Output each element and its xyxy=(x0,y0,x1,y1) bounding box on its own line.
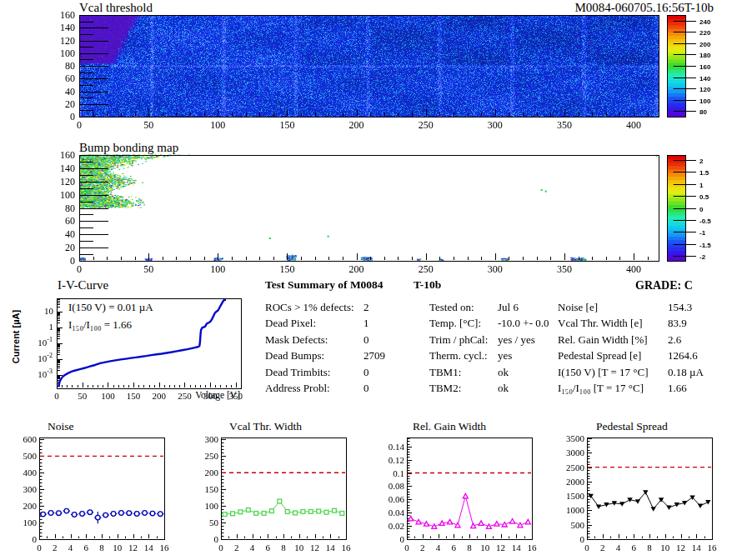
bump-bonding-heatmap-canvas xyxy=(0,133,747,275)
summary-row: Address Probl:0TBM2:okI₁₅₀/I₁₀₀ [T = 17 … xyxy=(265,380,735,396)
defect-label: Dead Trimbits: xyxy=(265,364,363,380)
condition-value: -10.0 +- 0.0 xyxy=(498,315,558,331)
result-label: I(150 V) [T = 17 °C] xyxy=(558,364,668,380)
defect-value: 0 xyxy=(363,364,429,380)
condition-label: Tested on: xyxy=(429,299,498,315)
iv-curve-canvas xyxy=(0,275,267,404)
test-summary-table: ROCs > 1% defects:2Tested on:Jul 6Noise … xyxy=(265,299,735,396)
result-label: Pedestal Spread [e] xyxy=(558,348,668,363)
defect-label: ROCs > 1% defects: xyxy=(265,299,363,315)
defect-label: Dead Pixel: xyxy=(265,315,363,331)
condition-value: yes / yes xyxy=(498,332,558,348)
defect-value: 2709 xyxy=(363,348,429,363)
condition-value: ok xyxy=(498,380,558,396)
defect-value: 2 xyxy=(363,299,429,315)
result-label: I₁₅₀/I₁₀₀ [T = 17 °C] xyxy=(558,380,668,396)
condition-value: ok xyxy=(498,364,558,380)
condition-value: Jul 6 xyxy=(498,299,558,315)
vcal-threshold-heatmap-canvas xyxy=(0,0,747,132)
result-value: 154.3 xyxy=(668,299,735,315)
test-summary-temp-tag: T-10b xyxy=(414,278,441,292)
vcal-width-plot-canvas xyxy=(187,418,374,557)
condition-value: yes xyxy=(498,348,558,363)
test-summary-block: Test Summary of M0084 T-10b GRADE: C ROC… xyxy=(265,278,737,395)
pedestal-spread-plot-canvas xyxy=(560,418,747,557)
result-value: 2.6 xyxy=(668,332,735,348)
summary-row: Dead Pixel:1Temp. [°C]:-10.0 +- 0.0Vcal … xyxy=(265,315,735,331)
result-label: Noise [e] xyxy=(558,299,668,315)
rel-gain-width-plot-canvas xyxy=(374,418,560,557)
summary-row: Dead Trimbits:0TBM1:okI(150 V) [T = 17 °… xyxy=(265,364,735,380)
defect-label: Mask Defects: xyxy=(265,332,363,348)
condition-label: TBM2: xyxy=(429,380,498,396)
defect-label: Address Probl: xyxy=(265,380,363,396)
defect-value: 0 xyxy=(363,380,429,396)
result-value: 83.9 xyxy=(668,315,735,331)
result-value: 1.66 xyxy=(668,380,735,396)
condition-label: TBM1: xyxy=(429,364,498,380)
result-value: 0.18 µA xyxy=(668,364,735,380)
result-value: 1264.6 xyxy=(668,348,735,363)
defect-value: 0 xyxy=(363,332,429,348)
condition-label: Therm. cycl.: xyxy=(429,348,498,363)
grade-label: GRADE: C xyxy=(635,279,693,292)
defect-label: Dead Bumps: xyxy=(265,348,363,363)
noise-plot-canvas xyxy=(0,418,187,557)
result-label: Vcal Thr. Width [e] xyxy=(558,315,668,331)
summary-row: Mask Defects:0Trim / phCal:yes / yesRel.… xyxy=(265,332,735,348)
condition-label: Trim / phCal: xyxy=(429,332,498,348)
condition-label: Temp. [°C]: xyxy=(429,315,498,331)
summary-row: ROCs > 1% defects:2Tested on:Jul 6Noise … xyxy=(265,299,735,315)
defect-value: 1 xyxy=(363,315,429,331)
module-test-report-page: Vcal threshold M0084-060705.16:56T-10b B… xyxy=(0,0,747,560)
test-summary-title: Test Summary of M0084 xyxy=(265,278,384,292)
result-label: Rel. Gain Width [%] xyxy=(558,332,668,348)
summary-row: Dead Bumps:2709Therm. cycl.:yesPedestal … xyxy=(265,348,735,363)
